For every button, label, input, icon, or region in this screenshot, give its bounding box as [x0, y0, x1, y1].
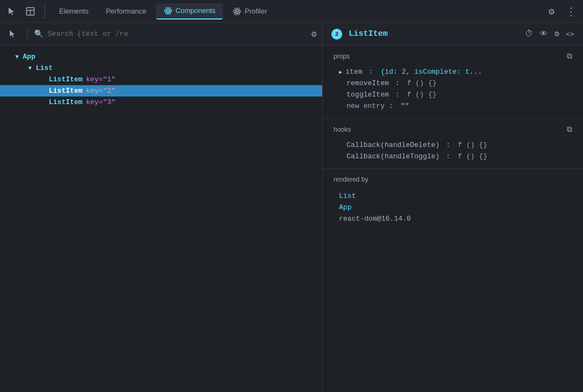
hook-value-handledelete: f () {} — [458, 141, 488, 149]
rendered-by-list: List App react-dom@16.14.0 — [334, 189, 572, 226]
rendered-by-list-item[interactable]: List — [339, 190, 567, 202]
tab-elements[interactable]: Elements — [52, 4, 96, 18]
tab-profiler[interactable]: Profiler — [225, 4, 274, 19]
key-attr-listitem3: key="3" — [86, 98, 116, 106]
prop-row-item[interactable]: ▶ item : {id: 2, isComplete: t... — [334, 66, 572, 78]
left-panel: 🔍 ⚙ ▼ App ▼ List ▶ ListItem key="1" — [0, 23, 323, 392]
rendered-by-list-link[interactable]: List — [339, 192, 356, 200]
hook-key-handletoggle: Callback(handleToggle) — [347, 152, 440, 160]
tab-performance[interactable]: Performance — [98, 4, 153, 18]
svg-point-10 — [236, 10, 238, 12]
component-badge: 2 — [331, 29, 342, 40]
component-name-listitem2: ListItem — [49, 87, 82, 95]
prop-key-removeitem: removeItem — [347, 79, 389, 87]
right-header: 2 ListItem ⏱ 👁 ⚙ <> — [323, 23, 583, 46]
tree-arrow-list: ▼ — [28, 65, 34, 72]
prop-colon-removeitem: : — [391, 79, 403, 87]
tree-item-app[interactable]: ▼ App — [0, 51, 322, 62]
prop-row-removeitem[interactable]: removeItem : f () {} — [334, 78, 572, 89]
stopwatch-icon[interactable]: ⏱ — [525, 29, 533, 39]
rendered-by-title: rendered by — [334, 176, 572, 183]
tree-arrow-app: ▼ — [15, 54, 21, 60]
prop-key-newentry: new entry — [347, 102, 385, 110]
hooks-copy-icon[interactable]: ⧉ — [567, 125, 572, 134]
component-name-list: List — [36, 64, 53, 72]
inspect-cursor-btn[interactable] — [5, 27, 21, 42]
prop-value-newentry: "" — [401, 102, 409, 110]
react-icon-components — [164, 7, 172, 15]
prop-value-removeitem: f () {} — [407, 79, 437, 87]
gear-icon[interactable]: ⚙ — [554, 29, 559, 39]
tree-item-listitem3[interactable]: ▶ ListItem key="3" — [0, 97, 322, 108]
tree-item-list[interactable]: ▼ List — [0, 62, 322, 74]
svg-point-6 — [167, 10, 169, 11]
search-settings-icon[interactable]: ⚙ — [311, 29, 317, 40]
hooks-section-title: hooks — [334, 126, 351, 133]
prop-value-toggleitem: f () {} — [407, 91, 437, 99]
hooks-section: hooks ⧉ Callback(handleDelete) : f () {}… — [323, 119, 583, 169]
toolbar-divider — [27, 29, 28, 40]
prop-arrow-item: ▶ — [339, 69, 342, 75]
prop-row-newentry[interactable]: new entry : "" — [334, 100, 572, 112]
rendered-by-section: rendered by List App react-dom@16.14.0 — [323, 169, 583, 233]
key-attr-listitem2: key="2" — [86, 87, 116, 95]
react-icon-profiler — [233, 7, 241, 16]
hook-key-handledelete: Callback(handleDelete) — [347, 141, 440, 149]
tab-bar-left-icons — [4, 4, 45, 19]
rendered-by-app-item[interactable]: App — [339, 202, 567, 213]
right-header-icons: ⏱ 👁 ⚙ <> — [525, 29, 574, 39]
props-section-header: props ⧉ — [334, 52, 572, 61]
key-attr-listitem1: key="1" — [86, 75, 116, 83]
props-section-title: props — [334, 53, 350, 60]
search-input[interactable] — [48, 30, 307, 38]
prop-colon-toggleitem: : — [391, 91, 403, 99]
props-section: props ⧉ ▶ item : {id: 2, isComplete: t..… — [323, 46, 583, 119]
search-icon: 🔍 — [34, 29, 43, 38]
hook-colon-handledelete: : — [442, 141, 454, 149]
hook-value-handletoggle: f () {} — [458, 152, 488, 160]
tab-components[interactable]: Components — [156, 3, 223, 20]
component-name-listitem3: ListItem — [49, 98, 82, 106]
component-name-app: App — [23, 53, 35, 61]
rendered-by-reactdom-item: react-dom@16.14.0 — [339, 213, 567, 224]
tab-bar-right-icons: ⚙ ⋮ — [544, 4, 579, 19]
tree-item-listitem2[interactable]: ▶ ListItem key="2" — [0, 85, 322, 97]
selected-component-name: ListItem — [349, 29, 518, 38]
component-name-listitem1: ListItem — [49, 75, 82, 83]
cursor-icon-btn[interactable] — [4, 4, 20, 19]
search-container: 🔍 — [34, 29, 307, 38]
prop-value-item: {id: 2, isComplete: t... — [381, 68, 482, 76]
panel-icon-btn[interactable] — [23, 4, 38, 19]
prop-colon-item: : — [364, 68, 377, 76]
rendered-by-reactdom-text: react-dom@16.14.0 — [339, 215, 411, 223]
prop-colon-newentry: : — [385, 102, 397, 110]
settings-icon-btn[interactable]: ⚙ — [544, 4, 559, 19]
hook-row-handledelete[interactable]: Callback(handleDelete) : f () {} — [334, 139, 572, 151]
code-icon[interactable]: <> — [566, 30, 574, 38]
main-content: 🔍 ⚙ ▼ App ▼ List ▶ ListItem key="1" — [0, 23, 583, 392]
hooks-section-header: hooks ⧉ — [334, 125, 572, 134]
right-content: props ⧉ ▶ item : {id: 2, isComplete: t..… — [323, 46, 583, 392]
left-toolbar: 🔍 ⚙ — [0, 23, 322, 46]
rendered-by-app-link[interactable]: App — [339, 203, 351, 211]
props-copy-icon[interactable]: ⧉ — [567, 52, 572, 61]
more-icon-btn[interactable]: ⋮ — [563, 4, 579, 19]
right-panel: 2 ListItem ⏱ 👁 ⚙ <> props ⧉ ▶ item — [323, 23, 583, 392]
prop-key-item: item — [345, 68, 362, 76]
tree-item-listitem1[interactable]: ▶ ListItem key="1" — [0, 74, 322, 85]
eye-icon[interactable]: 👁 — [540, 29, 548, 39]
tab-bar: Elements Performance Components Profiler — [0, 0, 583, 23]
prop-key-toggleitem: toggleItem — [347, 91, 389, 99]
component-tree: ▼ App ▼ List ▶ ListItem key="1" ▶ ListIt… — [0, 46, 322, 392]
hook-colon-handletoggle: : — [442, 152, 454, 160]
prop-row-toggleitem[interactable]: toggleItem : f () {} — [334, 89, 572, 100]
hook-row-handletoggle[interactable]: Callback(handleToggle) : f () {} — [334, 151, 572, 162]
